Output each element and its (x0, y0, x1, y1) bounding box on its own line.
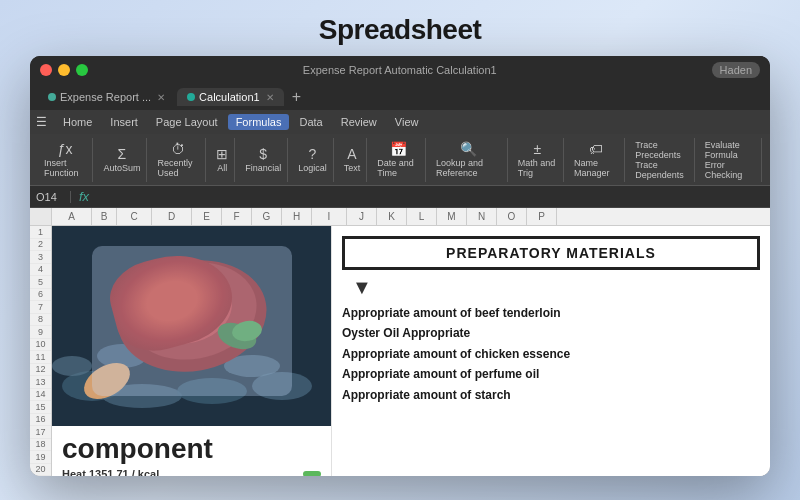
ribbon-group-all: ⊞ All (210, 138, 235, 182)
autosum-icon: Σ (118, 146, 127, 162)
all-button[interactable]: ⊞ All (216, 146, 228, 173)
excel-window: Expense Report Automatic Calculation1 Ha… (30, 56, 770, 476)
tab-close-icon[interactable]: ✕ (266, 92, 274, 103)
svg-point-8 (109, 249, 276, 383)
datetime-label: Date and Time (377, 158, 419, 178)
dollar-icon: $ (259, 146, 267, 162)
error-label: Error Checking (705, 160, 755, 180)
insert-function-label: Insert Function (44, 158, 86, 178)
nav-view[interactable]: View (387, 114, 427, 130)
nav-data[interactable]: Data (291, 114, 330, 130)
svg-point-7 (224, 355, 280, 377)
svg-point-2 (102, 384, 182, 408)
ingredient-0: Appropriate amount of beef tenderloin (342, 303, 760, 323)
row-header-11: 11 (30, 351, 51, 364)
sheet-area: 1 2 3 4 5 6 7 8 9 10 11 12 13 14 15 16 1… (30, 208, 770, 476)
col-headers: A B C D E F G H I J K L M N O P (52, 208, 770, 226)
datetime-button[interactable]: 📅 Date and Time (377, 141, 419, 178)
col-n: N (467, 208, 497, 226)
row-header-12: 12 (30, 364, 51, 377)
recently-used-button[interactable]: ⏱ Recently Used (157, 141, 199, 178)
logical-label: Logical (298, 163, 327, 173)
ingredient-4: Appropriate amount of starch (342, 385, 760, 405)
svg-point-13 (230, 319, 263, 344)
add-tab-icon[interactable]: + (286, 88, 307, 106)
minimize-button[interactable] (58, 64, 70, 76)
text-button[interactable]: A Text (344, 146, 361, 173)
recently-used-label: Recently Used (157, 158, 199, 178)
col-m: M (437, 208, 467, 226)
formula-bar: O14 fx (30, 186, 770, 208)
all-icon: ⊞ (216, 146, 228, 162)
ribbon-group-trace: Trace Precedents Trace Dependents (629, 138, 695, 182)
logical-icon: ? (309, 146, 317, 162)
right-content-pane: PREPARATORY MATERIALS ▼ Appropriate amou… (332, 226, 770, 476)
page-title: Spreadsheet (319, 14, 482, 46)
row-header-14: 14 (30, 389, 51, 402)
food-image (52, 226, 331, 426)
col-k: K (377, 208, 407, 226)
nav-insert[interactable]: Insert (102, 114, 146, 130)
nav-formulas[interactable]: Formulas (228, 114, 290, 130)
col-p: P (527, 208, 557, 226)
evaluate-formula-button[interactable]: Evaluate Formula (705, 140, 755, 160)
math-button[interactable]: ± Math and Trig (518, 141, 557, 178)
ribbon-group-name: 🏷 Name Manager (568, 138, 625, 182)
svg-point-3 (177, 378, 247, 404)
col-d: D (152, 208, 192, 226)
row-header-1: 1 (30, 226, 51, 239)
ribbon-group-financial: $ Financial (239, 138, 288, 182)
nutrient-row-heat: Heat 1351.71 / kcal (62, 468, 321, 476)
row-header-18: 18 (30, 439, 51, 452)
maximize-button[interactable] (76, 64, 88, 76)
name-manager-button[interactable]: 🏷 Name Manager (574, 141, 618, 178)
error-checking-button[interactable]: Error Checking (705, 160, 755, 180)
arrow-section: ▼ (332, 276, 770, 299)
logical-button[interactable]: ? Logical (298, 146, 327, 173)
financial-button[interactable]: $ Financial (245, 146, 281, 173)
trace-dependents-button[interactable]: Trace Dependents (635, 160, 688, 180)
sheet-main: A B C D E F G H I J K L M N O P (52, 208, 770, 476)
prep-title: PREPARATORY MATERIALS (355, 245, 747, 261)
col-i: I (312, 208, 347, 226)
insert-function-button[interactable]: ƒx Insert Function (44, 141, 86, 178)
lookup-icon: 🔍 (460, 141, 477, 157)
ribbon-group-function: ƒx Insert Function (38, 138, 93, 182)
svg-point-9 (120, 252, 265, 369)
tab-close-icon[interactable]: ✕ (157, 92, 165, 103)
row-header-7: 7 (30, 301, 51, 314)
ingredient-2: Appropriate amount of chicken essence (342, 344, 760, 364)
user-badge: Haden (712, 62, 760, 78)
traffic-lights (40, 64, 88, 76)
row-header-15: 15 (30, 401, 51, 414)
ingredient-1: Oyster Oil Appropriate (342, 323, 760, 343)
title-bar: Expense Report Automatic Calculation1 Ha… (30, 56, 770, 84)
ribbon-nav: ☰ Home Insert Page Layout Formulas Data … (30, 110, 770, 134)
tab-icon (48, 93, 56, 101)
nutrient-heat-label: Heat 1351.71 / kcal (62, 468, 295, 476)
tab-bar: Expense Report ... ✕ Calculation1 ✕ + (30, 84, 770, 110)
nav-page-layout[interactable]: Page Layout (148, 114, 226, 130)
text-icon: A (347, 146, 356, 162)
row-header-2: 2 (30, 239, 51, 252)
menu-icon[interactable]: ☰ (36, 115, 47, 129)
all-label: All (217, 163, 227, 173)
header-corner (30, 208, 52, 226)
cell-reference: O14 (36, 191, 71, 203)
nav-review[interactable]: Review (333, 114, 385, 130)
row-header-13: 13 (30, 376, 51, 389)
tab-calculation[interactable]: Calculation1 ✕ (177, 88, 284, 106)
ribbon-group-math: ± Math and Trig (512, 138, 564, 182)
nutrient-heat-bar (303, 471, 321, 476)
fx-symbol: fx (79, 189, 89, 204)
close-button[interactable] (40, 64, 52, 76)
tab-label: Calculation1 (199, 91, 260, 103)
col-o: O (497, 208, 527, 226)
autosum-button[interactable]: Σ AutoSum (103, 146, 140, 173)
lookup-button[interactable]: 🔍 Lookup and Reference (436, 141, 501, 178)
trace-precedents-button[interactable]: Trace Precedents (635, 140, 688, 160)
tab-expense-report[interactable]: Expense Report ... ✕ (38, 88, 175, 106)
row-header-19: 19 (30, 451, 51, 464)
nav-home[interactable]: Home (55, 114, 100, 130)
ingredient-3: Appropriate amount of perfume oil (342, 364, 760, 384)
